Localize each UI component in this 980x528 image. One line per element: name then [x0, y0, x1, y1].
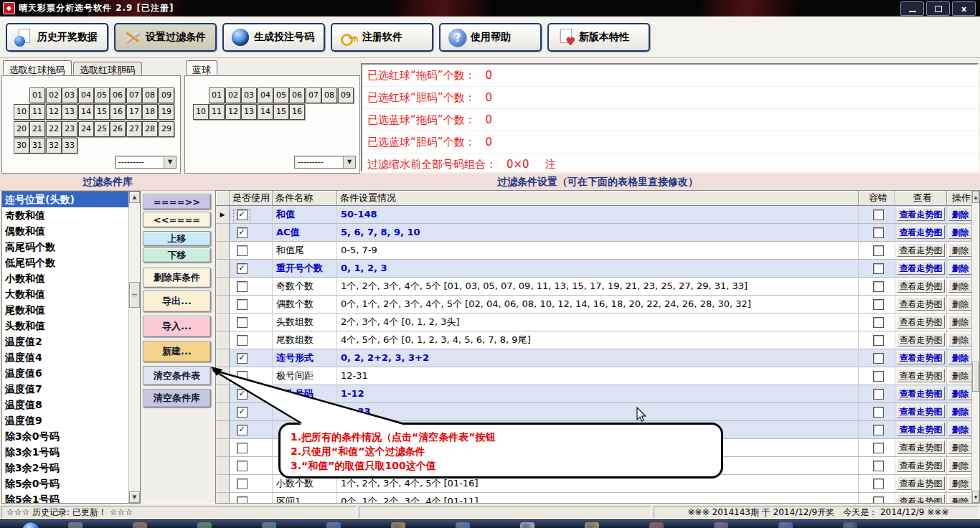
- scroll-up-icon[interactable]: ▲: [129, 192, 140, 203]
- new-features-button[interactable]: ♥ 新版本特性: [547, 23, 650, 52]
- library-item[interactable]: 头数和值: [2, 318, 129, 334]
- delete-button[interactable]: 删除: [948, 243, 972, 257]
- taskbar-icon[interactable]: [649, 522, 664, 528]
- transfer-button-4[interactable]: 删除库条件: [143, 268, 211, 288]
- taskbar-icon[interactable]: [843, 522, 857, 528]
- red-number-04[interactable]: 04: [78, 88, 94, 103]
- red-number-13[interactable]: 13: [62, 104, 77, 120]
- delete-button[interactable]: 删除: [948, 207, 972, 221]
- library-item[interactable]: 小数和值: [2, 270, 129, 286]
- red-number-14[interactable]: 14: [78, 104, 94, 120]
- library-item[interactable]: 温度值6: [2, 365, 129, 381]
- transfer-button-6[interactable]: 导入...: [143, 316, 211, 337]
- condition-setting[interactable]: 0, 2, 2+2, 3, 3+2: [337, 349, 859, 367]
- tolerance-checkbox[interactable]: [870, 371, 886, 385]
- delete-button[interactable]: 删除: [948, 261, 972, 275]
- scroll-down-icon[interactable]: ▼: [972, 491, 979, 503]
- tolerance-checkbox[interactable]: [870, 227, 886, 241]
- red-number-08[interactable]: 08: [142, 88, 158, 103]
- transfer-button-2[interactable]: 上移: [143, 231, 211, 246]
- library-item[interactable]: 高尾码个数: [2, 239, 129, 255]
- delete-button[interactable]: 删除: [948, 297, 972, 311]
- delete-button[interactable]: 删除: [948, 423, 972, 436]
- red-number-32[interactable]: 32: [46, 138, 62, 154]
- use-checkbox[interactable]: [234, 461, 250, 474]
- tolerance-checkbox[interactable]: [870, 335, 886, 349]
- view-trend-button[interactable]: 查看走势图: [897, 315, 945, 329]
- blue-number-16[interactable]: 16: [289, 104, 305, 120]
- library-item[interactable]: 温度值8: [2, 397, 129, 412]
- taskbar-icon[interactable]: [391, 522, 405, 528]
- blue-number-12[interactable]: 12: [225, 104, 241, 120]
- view-trend-button[interactable]: 查看走势图: [897, 243, 945, 257]
- transfer-button-7[interactable]: 新建...: [143, 341, 211, 362]
- view-trend-button[interactable]: 查看走势图: [897, 261, 945, 275]
- blue-number-01[interactable]: 01: [209, 88, 225, 103]
- use-checkbox[interactable]: [234, 245, 250, 259]
- view-trend-button[interactable]: 查看走势图: [897, 351, 945, 364]
- condition-setting[interactable]: 0-5, 7-9: [337, 242, 859, 260]
- red-number-18[interactable]: 18: [142, 104, 158, 120]
- red-number-09[interactable]: 09: [159, 88, 174, 103]
- minimize-button[interactable]: [900, 1, 924, 16]
- use-checkbox[interactable]: [234, 299, 250, 313]
- condition-setting[interactable]: 0, 1, 2, 3: [337, 260, 859, 278]
- transfer-button-1[interactable]: <<====: [143, 212, 211, 227]
- taskbar-icon[interactable]: [326, 522, 341, 528]
- tolerance-checkbox[interactable]: [870, 209, 886, 223]
- library-item[interactable]: 除3余1号码: [2, 444, 129, 460]
- red-number-23[interactable]: 23: [62, 121, 77, 137]
- taskbar-icon[interactable]: [520, 522, 534, 528]
- red-number-15[interactable]: 15: [94, 104, 110, 120]
- delete-button[interactable]: 删除: [948, 440, 972, 454]
- view-trend-button[interactable]: 查看走势图: [897, 297, 945, 311]
- view-trend-button[interactable]: 查看走势图: [897, 423, 945, 436]
- view-trend-button[interactable]: 查看走势图: [897, 225, 945, 239]
- history-data-button[interactable]: 历史开奖数据: [6, 23, 108, 52]
- view-trend-button[interactable]: 查看走势图: [897, 387, 945, 400]
- library-scrollbar[interactable]: ▲ ▼: [128, 192, 140, 503]
- restore-button[interactable]: [926, 1, 950, 16]
- library-item[interactable]: 除5余0号码: [2, 476, 129, 491]
- tab-red-drag-codes[interactable]: 选取红球拖码: [3, 60, 72, 75]
- use-checkbox[interactable]: ✓: [234, 263, 250, 277]
- blue-number-14[interactable]: 14: [258, 104, 273, 120]
- red-number-31[interactable]: 31: [29, 138, 45, 154]
- condition-setting[interactable]: 0个, 1个, 2个, 3个, 4个 [01-11]: [337, 493, 859, 504]
- generate-numbers-button[interactable]: 生成投注号码: [222, 23, 325, 52]
- blue-number-13[interactable]: 13: [241, 104, 257, 120]
- tolerance-checkbox[interactable]: [870, 353, 886, 367]
- use-checkbox[interactable]: [234, 496, 250, 504]
- scroll-down-icon[interactable]: ▼: [129, 491, 140, 503]
- condition-setting[interactable]: 12-31: [337, 367, 859, 385]
- red-number-05[interactable]: 05: [94, 88, 110, 103]
- blue-number-09[interactable]: 09: [338, 88, 354, 103]
- taskbar-icon[interactable]: [778, 522, 793, 528]
- red-number-20[interactable]: 20: [14, 121, 29, 137]
- red-number-12[interactable]: 12: [46, 104, 62, 120]
- blue-dropdown[interactable]: --------- ▼: [294, 156, 356, 169]
- register-button[interactable]: 注册软件: [331, 23, 433, 52]
- delete-button[interactable]: 删除: [948, 315, 972, 329]
- library-item[interactable]: 奇数和值: [2, 207, 129, 223]
- blue-number-02[interactable]: 02: [225, 88, 241, 103]
- tolerance-checkbox[interactable]: [870, 425, 886, 438]
- red-dropdown[interactable]: --------- ▼: [115, 156, 176, 169]
- taskbar-icon[interactable]: [456, 522, 470, 528]
- delete-button[interactable]: 删除: [948, 387, 972, 400]
- use-checkbox[interactable]: ✓: [234, 227, 250, 241]
- delete-button[interactable]: 删除: [948, 458, 972, 472]
- view-trend-button[interactable]: 查看走势图: [897, 440, 945, 454]
- red-number-29[interactable]: 29: [159, 121, 174, 137]
- blue-number-04[interactable]: 04: [258, 88, 273, 103]
- red-number-01[interactable]: 01: [29, 88, 45, 103]
- red-number-06[interactable]: 06: [110, 88, 126, 103]
- tolerance-checkbox[interactable]: [870, 245, 886, 259]
- use-checkbox[interactable]: [234, 443, 250, 456]
- library-scroll-thumb[interactable]: [129, 282, 140, 308]
- delete-button[interactable]: 删除: [948, 225, 972, 239]
- use-checkbox[interactable]: ✓: [234, 209, 250, 223]
- use-checkbox[interactable]: [234, 281, 250, 295]
- blue-number-05[interactable]: 05: [273, 88, 289, 103]
- taskbar-icon[interactable]: [262, 522, 276, 528]
